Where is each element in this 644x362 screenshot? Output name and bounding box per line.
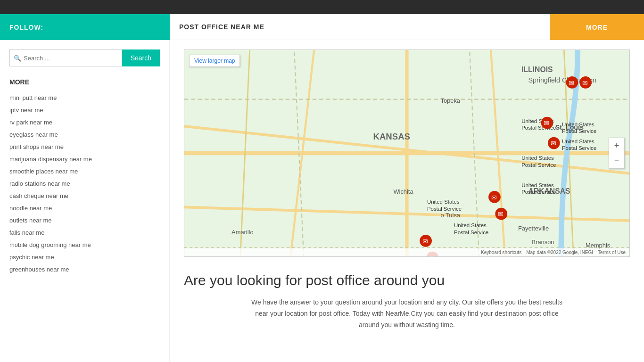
search-input[interactable] [24, 51, 118, 66]
sidebar-link[interactable]: outlets near me [9, 217, 52, 224]
map-container: KANSAS ILLINOIS Springfield Champaign AR… [184, 49, 630, 257]
sidebar-link[interactable]: cash cheque near me [9, 192, 68, 199]
list-item: radio stations near me [9, 177, 160, 189]
sidebar-link[interactable]: radio stations near me [9, 180, 70, 187]
svg-text:Topeka: Topeka [441, 97, 461, 104]
terms-of-use-link[interactable]: Terms of Use [598, 250, 626, 255]
view-larger-map-button[interactable]: View larger map [189, 55, 240, 67]
sidebar-section-title: MORE [9, 78, 160, 86]
content-heading: Are you looking for post office around y… [184, 271, 630, 289]
svg-text:United States: United States [562, 122, 594, 127]
map-zoom-out-button[interactable]: − [609, 153, 624, 168]
sidebar-links-list: mini putt near meiptv near merv park nea… [9, 91, 160, 275]
list-item: rv park near me [9, 116, 160, 128]
svg-text:Postal Service: Postal Service [562, 145, 596, 151]
follow-label: FOLLOW: [9, 24, 43, 31]
svg-text:United States: United States [521, 182, 554, 188]
main-content: KANSAS ILLINOIS Springfield Champaign AR… [170, 40, 644, 362]
sidebar-link[interactable]: print shops near me [9, 143, 64, 150]
map-zoom-controls: + − [609, 138, 625, 169]
keyboard-shortcuts-link[interactable]: Keyboard shortcuts [481, 250, 521, 255]
sidebar-link[interactable]: falls near me [9, 229, 44, 236]
svg-text:✉: ✉ [544, 119, 549, 127]
sidebar-link[interactable]: greenhouses near me [9, 266, 69, 273]
svg-text:o Tulsa: o Tulsa [441, 212, 461, 219]
map-data-label: Map data ©2022 Google, INEGI [526, 250, 593, 255]
svg-text:United States: United States [521, 155, 554, 161]
map-svg: KANSAS ILLINOIS Springfield Champaign AR… [184, 50, 629, 256]
list-item: outlets near me [9, 214, 160, 226]
svg-text:Branson: Branson [532, 239, 554, 246]
svg-text:Postal Service: Postal Service [521, 162, 556, 168]
search-button[interactable]: Search [122, 49, 160, 66]
header-title-section: POST OFFICE NEAR ME [170, 14, 550, 40]
list-item: mobile dog grooming near me [9, 239, 160, 251]
list-item: marijuana dispensary near me [9, 153, 160, 165]
svg-text:Postal Service: Postal Service [454, 230, 488, 235]
main-layout: 🔍 Search MORE mini putt near meiptv near… [0, 40, 644, 362]
list-item: print shops near me [9, 140, 160, 153]
svg-text:Amarillo: Amarillo [231, 229, 253, 236]
svg-text:✉: ✉ [582, 79, 588, 87]
list-item: cash cheque near me [9, 189, 160, 202]
svg-text:Postal Service: Postal Service [427, 206, 462, 212]
header-more-section[interactable]: MORE [550, 14, 644, 40]
list-item: iptv near me [9, 104, 160, 116]
search-icon: 🔍 [14, 55, 21, 62]
header-follow-section: FOLLOW: [0, 14, 170, 40]
search-input-wrap: 🔍 [9, 49, 122, 66]
list-item: greenhouses near me [9, 263, 160, 275]
svg-text:✉: ✉ [569, 79, 574, 87]
sidebar-link[interactable]: eyeglass near me [9, 131, 58, 138]
list-item: smoothie places near me [9, 165, 160, 177]
page-title: POST OFFICE NEAR ME [179, 23, 264, 31]
sidebar-link[interactable]: mini putt near me [9, 94, 57, 101]
svg-text:United States: United States [454, 222, 487, 228]
sidebar-link[interactable]: marijuana dispensary near me [9, 156, 92, 163]
svg-text:KANSAS: KANSAS [373, 132, 410, 141]
map-zoom-in-button[interactable]: + [609, 138, 624, 153]
svg-text:✉: ✉ [422, 238, 428, 245]
svg-text:Fayetteville: Fayetteville [518, 225, 549, 232]
svg-text:✉: ✉ [551, 140, 556, 147]
content-body: We have the answer to your question arou… [247, 297, 567, 330]
list-item: eyeglass near me [9, 128, 160, 140]
map-footer: Keyboard shortcuts Map data ©2022 Google… [184, 248, 629, 256]
sidebar-link[interactable]: psychic near me [9, 254, 54, 261]
svg-text:United States: United States [562, 139, 594, 144]
svg-text:ILLINOIS: ILLINOIS [521, 66, 553, 74]
sidebar-link[interactable]: smoothie places near me [9, 168, 78, 175]
svg-text:Postal Service: Postal Service [562, 128, 596, 134]
sidebar-link[interactable]: iptv near me [9, 107, 43, 114]
list-item: psychic near me [9, 251, 160, 263]
more-label: MORE [586, 24, 608, 31]
sidebar-link[interactable]: noodle near me [9, 205, 52, 212]
header: FOLLOW: POST OFFICE NEAR ME MORE [0, 14, 644, 40]
svg-text:Wichita: Wichita [393, 188, 413, 195]
svg-text:✉: ✉ [498, 210, 504, 218]
sidebar-link[interactable]: mobile dog grooming near me [9, 241, 91, 248]
svg-text:Postal Service: Postal Service [521, 189, 556, 195]
list-item: noodle near me [9, 202, 160, 214]
svg-text:United States: United States [427, 199, 460, 205]
search-box: 🔍 Search [9, 49, 160, 66]
sidebar-link[interactable]: rv park near me [9, 119, 52, 126]
sidebar: 🔍 Search MORE mini putt near meiptv near… [0, 40, 170, 362]
top-bar [0, 0, 644, 14]
svg-text:✉: ✉ [491, 194, 497, 201]
svg-text:Memphis: Memphis [586, 242, 610, 249]
list-item: falls near me [9, 226, 160, 239]
list-item: mini putt near me [9, 91, 160, 104]
